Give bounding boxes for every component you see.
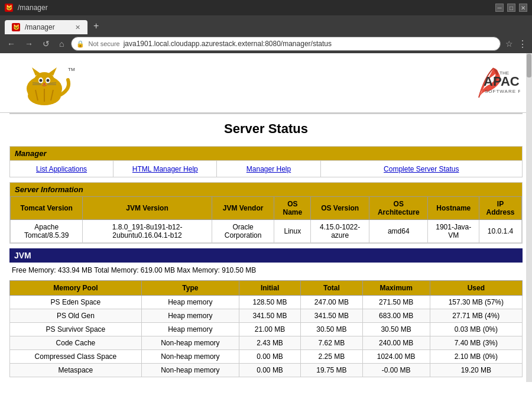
ip-value: 10.0.1.4 — [479, 220, 522, 243]
minimize-button[interactable]: ─ — [495, 4, 504, 12]
scrollbar[interactable] — [526, 53, 532, 382]
not-secure-label: Not secure — [88, 40, 119, 47]
browser-chrome: 🐱 /manager ─ □ ✕ 🐱 /manager ✕ + ← → ↺ ⌂ … — [0, 0, 532, 53]
svg-point-8 — [43, 83, 46, 85]
memory-type-1: Heap memory — [141, 309, 239, 323]
memory-pool-3: Code Cache — [10, 336, 142, 350]
tab-label: /manager — [25, 23, 55, 31]
os-version-value: 4.15.0-1022-azure — [311, 220, 369, 243]
jvm-version-value: 1.8.0_191-8u191-b12-2ubuntu0.16.04.1-b12 — [83, 220, 212, 243]
memory-type-0: Heap memory — [141, 296, 239, 309]
memory-total-3: 7.62 MB — [301, 336, 362, 350]
close-button[interactable]: ✕ — [519, 4, 527, 12]
title-bar: 🐱 /manager ─ □ ✕ — [0, 0, 532, 15]
tab-favicon-icon: 🐱 — [12, 23, 20, 31]
col-memory-pool: Memory Pool — [10, 281, 142, 296]
back-button[interactable]: ← — [5, 38, 18, 50]
memory-row: Code CacheNon-heap memory2.43 MB7.62 MB2… — [10, 336, 523, 350]
os-name-value: Linux — [274, 220, 311, 243]
memory-type-4: Non-heap memory — [141, 350, 239, 364]
new-tab-button[interactable]: + — [87, 18, 105, 34]
maximize-button[interactable]: □ — [507, 4, 515, 12]
col-total: Total — [301, 281, 362, 296]
page-content: TM THE APACHE SOFTWARE FOUNDATION Server… — [0, 53, 532, 382]
memory-maximum-1: 683.00 MB — [362, 309, 430, 323]
reload-button[interactable]: ↺ — [40, 38, 52, 50]
memory-total-1: 341.50 MB — [301, 309, 362, 323]
memory-initial-3: 2.43 MB — [239, 336, 300, 350]
tomcat-version-value: Apache Tomcat/8.5.39 — [11, 220, 83, 243]
memory-used-3: 7.40 MB (3%) — [430, 336, 522, 350]
memory-initial-5: 0.00 MB — [239, 364, 300, 377]
manager-help-anchor[interactable]: Manager Help — [246, 165, 291, 173]
server-info-row: Apache Tomcat/8.5.39 1.8.0_191-8u191-b12… — [11, 220, 522, 243]
page-title: Server Status — [0, 114, 532, 141]
scroll-thumb[interactable] — [527, 54, 531, 77]
memory-maximum-3: 240.00 MB — [362, 336, 430, 350]
col-hostname: Hostname — [428, 197, 479, 220]
tab-favicon: 🐱 — [5, 4, 13, 12]
tab-bar: 🐱 /manager ✕ + — [0, 15, 532, 34]
memory-pool-5: Metaspace — [10, 364, 142, 377]
window-title: /manager — [18, 4, 48, 12]
memory-pool-0: PS Eden Space — [10, 296, 142, 309]
manager-section-header: Manager — [10, 147, 522, 160]
window-controls: ─ □ ✕ — [495, 4, 527, 12]
memory-row: Compressed Class SpaceNon-heap memory0.0… — [10, 350, 523, 364]
manager-section: Manager List Applications HTML Manager H… — [9, 146, 523, 177]
memory-initial-1: 341.50 MB — [239, 309, 300, 323]
tab-close-button[interactable]: ✕ — [75, 24, 80, 31]
memory-total-4: 2.25 MB — [301, 350, 362, 364]
memory-info: Free Memory: 433.94 MB Total Memory: 619… — [9, 263, 523, 278]
memory-used-0: 157.30 MB (57%) — [430, 296, 522, 309]
list-applications-link[interactable]: List Applications — [10, 161, 113, 177]
security-icon: 🔒 — [76, 40, 85, 48]
memory-used-1: 27.71 MB (4%) — [430, 309, 522, 323]
col-used: Used — [430, 281, 522, 296]
hostname-value: 1901-Java-VM — [428, 220, 479, 243]
html-manager-help-link[interactable]: HTML Manager Help — [113, 161, 217, 177]
browser-menu-button[interactable]: ⋮ — [518, 38, 527, 50]
memory-used-5: 19.20 MB — [430, 364, 522, 377]
memory-pool-2: PS Survivor Space — [10, 323, 142, 336]
page-wrapper: TM THE APACHE SOFTWARE FOUNDATION Server… — [0, 53, 532, 382]
memory-table: Memory Pool Type Initial Total Maximum U… — [9, 280, 523, 377]
title-bar-left: 🐱 /manager — [5, 4, 495, 12]
svg-text:TM: TM — [68, 67, 75, 72]
svg-text:SOFTWARE FOUNDATION: SOFTWARE FOUNDATION — [485, 89, 520, 94]
col-jvm-version: JVM Version — [83, 197, 212, 220]
col-os-version: OS Version — [311, 197, 369, 220]
jvm-section: JVM Free Memory: 433.94 MB Total Memory:… — [9, 248, 523, 377]
complete-server-status-link[interactable]: Complete Server Status — [321, 161, 522, 177]
html-manager-help-anchor[interactable]: HTML Manager Help — [132, 165, 198, 173]
complete-server-status-anchor[interactable]: Complete Server Status — [384, 165, 459, 173]
apache-logo: THE APACHE SOFTWARE FOUNDATION — [402, 65, 520, 101]
memory-total-0: 247.00 MB — [301, 296, 362, 309]
home-button[interactable]: ⌂ — [57, 38, 66, 50]
memory-maximum-5: -0.00 MB — [362, 364, 430, 377]
col-maximum: Maximum — [362, 281, 430, 296]
bookmark-button[interactable]: ☆ — [505, 39, 513, 48]
list-applications-anchor[interactable]: List Applications — [36, 165, 87, 173]
os-arch-value: amd64 — [369, 220, 428, 243]
server-info-section: Server Information Tomcat Version JVM Ve… — [9, 182, 523, 244]
memory-initial-2: 21.00 MB — [239, 323, 300, 336]
col-initial: Initial — [239, 281, 300, 296]
manager-help-link[interactable]: Manager Help — [217, 161, 320, 177]
memory-total-5: 19.75 MB — [301, 364, 362, 377]
col-ip: IP Address — [479, 197, 522, 220]
memory-type-5: Non-heap memory — [141, 364, 239, 377]
forward-button[interactable]: → — [22, 38, 35, 50]
url-bar[interactable]: 🔒 Not secure java1901.local.cloudapp.azu… — [71, 37, 501, 51]
col-type: Type — [141, 281, 239, 296]
active-tab[interactable]: 🐱 /manager ✕ — [5, 20, 87, 34]
memory-maximum-4: 1024.00 MB — [362, 350, 430, 364]
server-info-table: Tomcat Version JVM Version JVM Vendor OS… — [10, 196, 522, 243]
memory-row: PS Survivor SpaceHeap memory21.00 MB30.5… — [10, 323, 523, 336]
memory-type-3: Non-heap memory — [141, 336, 239, 350]
tomcat-logo: TM — [12, 59, 89, 106]
col-os-name: OS Name — [274, 197, 311, 220]
manager-links: List Applications HTML Manager Help Mana… — [10, 160, 522, 177]
jvm-vendor-value: Oracle Corporation — [212, 220, 274, 243]
memory-row: MetaspaceNon-heap memory0.00 MB19.75 MB-… — [10, 364, 523, 377]
